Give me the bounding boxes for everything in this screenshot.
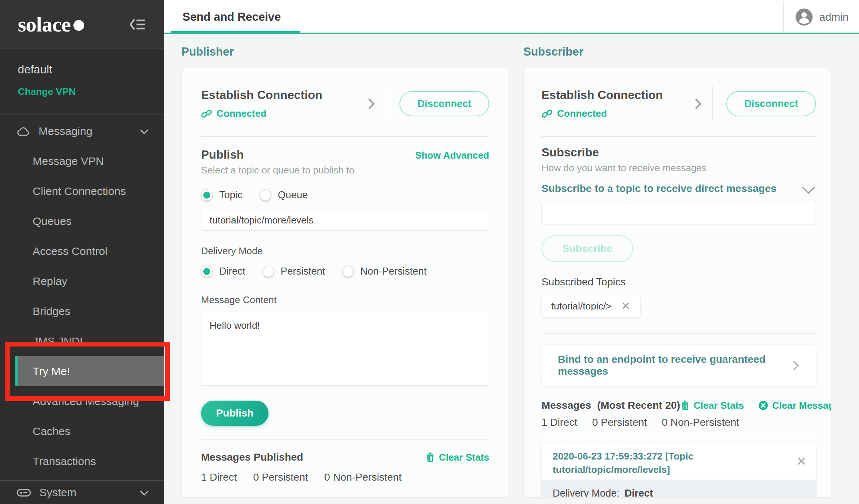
publish-button[interactable]: Publish [201, 401, 269, 426]
topbar-divider [783, 1, 784, 33]
sidebar-section-messaging[interactable]: Messaging [0, 116, 164, 146]
clear-messages-label: Clear Messages [772, 400, 831, 411]
sidebar-item-bridges[interactable]: Bridges [0, 296, 164, 326]
message-content-textarea[interactable]: Hello world! [201, 312, 489, 386]
change-vpn-link[interactable]: Change VPN [18, 86, 147, 97]
chevron-right-icon [789, 361, 799, 371]
show-advanced-link[interactable]: Show Advanced [415, 150, 489, 161]
clear-messages-link[interactable]: Clear Messages [758, 400, 831, 411]
sidebar-item-replay[interactable]: Replay [0, 266, 164, 296]
messages-published-title: Messages Published [201, 451, 303, 463]
sidebar-item-caches[interactable]: Caches [0, 416, 164, 446]
message-title: 2020-06-23 17:59:33:272 [Topic tutorial/… [553, 450, 783, 477]
sidebar-item-client-connections[interactable]: Client Connections [0, 176, 164, 206]
chain-link-icon [201, 108, 212, 119]
divider [201, 136, 489, 137]
radio-label: Direct [219, 266, 246, 277]
received-message-card: 2020-06-23 17:59:33:272 [Topic tutorial/… [542, 442, 816, 498]
trash-icon [680, 400, 690, 411]
publisher-disconnect-button[interactable]: Disconnect [399, 91, 489, 116]
stat-persistent: 0 Persistent [253, 471, 308, 483]
subscribed-topic-chip: tutorial/topic/> ✕ [542, 295, 640, 317]
radio-topic[interactable]: Topic [201, 189, 243, 201]
divider [542, 333, 816, 334]
publisher-stats-row: 1 Direct 0 Persistent 0 Non-Persistent [201, 471, 489, 483]
subscribed-topic-name: tutorial/topic/> [551, 301, 612, 312]
delivery-mode-detail-label: Delivery Mode: [553, 488, 619, 498]
circle-x-icon [758, 400, 769, 411]
trash-icon [425, 452, 435, 462]
subscriber-disconnect-button[interactable]: Disconnect [726, 91, 816, 116]
radio-unselected-icon [342, 266, 354, 277]
radio-non-persistent[interactable]: Non-Persistent [342, 266, 427, 277]
radio-direct[interactable]: Direct [201, 266, 246, 277]
establish-connection-title: Establish Connection [542, 88, 692, 102]
subscriber-connection-row: Establish Connection Connected Disconnec… [542, 86, 816, 122]
message-detail-row: Delivery Mode: Direct [542, 480, 816, 498]
user-avatar-icon [795, 8, 813, 26]
connection-status-label: Connected [217, 108, 266, 119]
chevron-down-icon [140, 487, 149, 495]
sidebar-item-transactions[interactable]: Transactions [0, 446, 164, 476]
page-title: Send and Receive [182, 10, 281, 24]
sidebar-item-label: JMS JNDI [33, 335, 83, 348]
cloud-icon [16, 126, 30, 136]
sidebar-logo-band: solace [0, 0, 164, 49]
sidebar-item-queues[interactable]: Queues [0, 206, 164, 236]
sidebar-item-label: Client Connections [33, 185, 126, 198]
subscribe-mode-selector[interactable]: Subscribe to a topic to receive direct m… [542, 183, 816, 195]
subscribe-mode-label: Subscribe to a topic to receive direct m… [542, 183, 776, 195]
connection-status-label: Connected [557, 108, 607, 119]
stat-persistent: 0 Persistent [592, 417, 647, 428]
sidebar-section-label: System [39, 486, 141, 499]
clear-stats-label: Clear Stats [439, 452, 489, 463]
connection-status: Connected [542, 108, 692, 119]
sidebar-section-label: Messaging [39, 125, 141, 137]
sidebar-item-label: Try Me! [33, 365, 70, 378]
divider [542, 136, 816, 137]
chevron-right-icon[interactable] [364, 99, 375, 109]
subscribe-subtitle: How do you want to receive messages [542, 162, 816, 174]
stat-direct: 1 Direct [542, 417, 577, 428]
publisher-connection-row: Establish Connection Connected Disconnec… [201, 86, 489, 122]
sidebar-item-access-control[interactable]: Access Control [0, 236, 164, 266]
subscribe-topic-input[interactable] [542, 203, 816, 224]
sidebar-collapse-button[interactable] [129, 17, 147, 32]
subscribe-button[interactable]: Subscribe [542, 235, 633, 262]
radio-queue[interactable]: Queue [260, 189, 308, 201]
sidebar-item-try-me[interactable]: Try Me! [15, 356, 164, 386]
clear-stats-label: Clear Stats [694, 400, 744, 411]
stat-non-persistent: 0 Non-Persistent [662, 417, 739, 428]
radio-selected-icon [201, 189, 213, 201]
topbar-user-area[interactable]: admin [783, 0, 859, 34]
collapse-sidebar-icon [129, 17, 147, 32]
vpn-block: default Change VPN [0, 49, 164, 115]
subscriber-clear-stats-link[interactable]: Clear Stats [680, 400, 744, 411]
sidebar-item-jms-jndi[interactable]: JMS JNDI [0, 326, 164, 356]
stat-direct: 1 Direct [201, 471, 237, 483]
delivery-mode-label: Delivery Mode [201, 245, 489, 257]
solace-logo-text: solace [18, 12, 70, 37]
vertical-divider [386, 86, 386, 122]
publish-topic-input[interactable] [201, 210, 489, 231]
radio-unselected-icon [263, 266, 274, 277]
publisher-heading: Publisher [181, 45, 234, 59]
bind-endpoint-card[interactable]: Bind to an endpoint to receive guarantee… [542, 345, 816, 386]
system-icon [16, 487, 31, 498]
publish-subtitle: Select a topic or queue to publish to [201, 165, 489, 176]
publisher-card: Establish Connection Connected Disconnec… [181, 68, 509, 498]
sidebar-item-message-vpn[interactable]: Message VPN [0, 146, 164, 176]
subscribe-section-title: Subscribe [542, 146, 816, 159]
sidebar-item-label: Bridges [33, 305, 70, 318]
delivery-mode-detail-value: Direct [625, 488, 653, 498]
sidebar-item-advanced-messaging[interactable]: Advanced Messaging [0, 386, 164, 416]
stat-non-persistent: 0 Non-Persistent [324, 471, 402, 483]
sidebar-section-system[interactable]: System [0, 480, 164, 504]
remove-topic-icon[interactable]: ✕ [621, 301, 631, 312]
radio-persistent[interactable]: Persistent [263, 266, 325, 277]
close-message-icon[interactable]: ✕ [796, 455, 806, 467]
radio-label: Topic [219, 189, 243, 201]
messages-recent-label: (Most Recent 20) [597, 399, 680, 411]
publisher-clear-stats-link[interactable]: Clear Stats [425, 452, 489, 463]
chevron-right-icon[interactable] [691, 99, 701, 109]
